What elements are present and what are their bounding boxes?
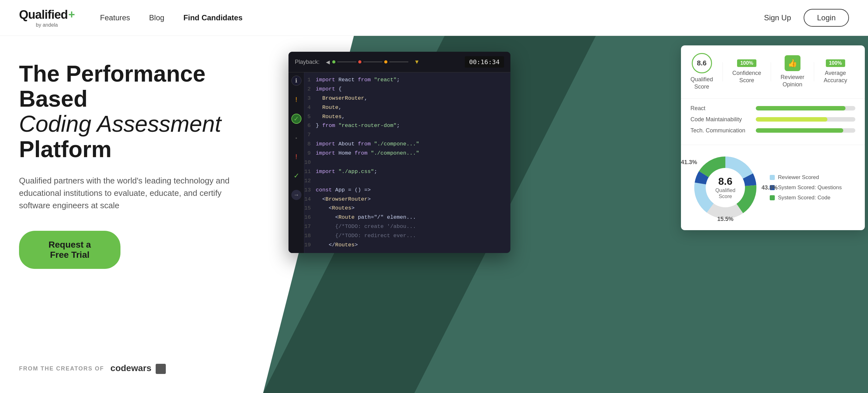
arrow-icon[interactable]: →: [291, 190, 302, 200]
signup-link[interactable]: Sign Up: [764, 13, 791, 22]
code-line: 7: [304, 131, 510, 140]
code-line: 9import Home from "./componen...": [304, 149, 510, 158]
legend: Reviewer Scored System Scored: Questions…: [770, 174, 842, 201]
codewars-text: codewars: [110, 363, 151, 373]
logo-text: Qualified+: [19, 8, 75, 22]
skill-bars: React Code Maintainability Tech. Communi…: [681, 99, 865, 145]
nav-features[interactable]: Features: [100, 13, 130, 22]
navbar: Qualified+ by andela Features Blog Find …: [0, 0, 868, 36]
donut-pct-right: 43.3%: [762, 184, 778, 191]
qualified-score-label: QualifiedScore: [690, 76, 713, 91]
logo-byline: by andela: [19, 22, 75, 28]
cta-button[interactable]: Request a Free Trial: [19, 231, 121, 269]
check-icon: ✓: [291, 114, 302, 124]
pb-line2: [363, 62, 382, 62]
code-line: 4 Route,: [304, 103, 510, 112]
code-line: 13const App = () =>: [304, 186, 510, 195]
creators-row: FROM THE CREATORS OF codewars: [19, 363, 244, 374]
pb-track: [332, 60, 408, 63]
pb-dot-yellow: [384, 60, 388, 63]
check2-icon: ✓: [291, 171, 302, 181]
code-line: 15 <Routes>: [304, 204, 510, 213]
hero-title-line2: Coding Assessment: [19, 111, 221, 137]
skill-bar-fill-communication: [756, 128, 843, 133]
hero-subtitle: Qualified partners with the world's lead…: [19, 175, 241, 212]
legend-reviewer: Reviewer Scored: [770, 174, 842, 180]
pb-arrow-left[interactable]: ◀: [326, 59, 330, 65]
skill-row-communication: Tech. Communication: [690, 127, 855, 134]
skill-name-maintainability: Code Maintainability: [690, 116, 751, 123]
info-icon[interactable]: ℹ: [291, 76, 302, 86]
code-panel-header: Playback: ◀ ▼ 00:16:34: [288, 52, 510, 73]
accuracy-badge: 100%: [826, 59, 845, 67]
code-line: 3 BrowserRouter,: [304, 94, 510, 103]
code-line: 2import {: [304, 85, 510, 94]
nav-find-candidates[interactable]: Find Candidates: [183, 13, 243, 22]
reviewer-opinion-item: 👍 ReviewerOpinion: [780, 55, 804, 89]
pb-line1: [337, 62, 356, 62]
donut-center: 8.6 QualifiedScore: [715, 175, 735, 199]
reviewer-icon: 👍: [785, 55, 801, 71]
codewars-logo: codewars: [110, 363, 166, 374]
code-line: 19 </Routes>: [304, 241, 510, 250]
playback-controls[interactable]: ◀ ▼: [326, 59, 420, 65]
hero-left: The Performance Based Coding Assessment …: [0, 36, 263, 393]
reviewer-label: ReviewerOpinion: [780, 74, 804, 89]
hero-title-line3: Platform: [19, 137, 112, 162]
qualified-score-value: 8.6: [697, 59, 707, 67]
pb-dot-green: [332, 60, 335, 63]
accuracy-item: 100% AverageAccuracy: [824, 59, 847, 84]
warn-icon: !: [291, 94, 302, 105]
qualified-score-circle: 8.6: [692, 53, 712, 73]
skill-name-react: React: [690, 105, 751, 112]
confidence-badge: 100%: [737, 59, 756, 67]
legend-label-questions: System Scored: Questions: [778, 185, 842, 191]
login-button[interactable]: Login: [804, 9, 849, 27]
legend-dot-reviewer: [770, 175, 775, 180]
donut-score-value: 8.6: [715, 175, 735, 187]
code-line: 1import React from "react";: [304, 76, 510, 85]
legend-label-reviewer: Reviewer Scored: [778, 174, 819, 180]
codewars-icon: [156, 364, 166, 374]
legend-label-code: System Scored: Code: [778, 195, 830, 201]
confidence-score-item: 100% ConfidenceScore: [732, 59, 761, 84]
skill-bar-bg-react: [756, 106, 855, 110]
skill-row-react: React: [690, 105, 855, 112]
legend-system-questions: System Scored: Questions: [770, 185, 842, 191]
skill-name-communication: Tech. Communication: [690, 127, 751, 134]
skill-row-maintainability: Code Maintainability: [690, 116, 855, 123]
code-line: 16 <Route path="/" elemen...: [304, 213, 510, 222]
code-line: 12: [304, 176, 510, 186]
playback-label: Playback:: [295, 59, 319, 65]
donut-score-label: QualifiedScore: [715, 187, 735, 199]
skill-bar-fill-maintainability: [756, 117, 828, 121]
logo[interactable]: Qualified+ by andela: [19, 8, 75, 28]
skill-bar-bg-maintainability: [756, 117, 855, 121]
code-line: 5 Routes,: [304, 112, 510, 121]
donut-container: 8.6 QualifiedScore 41.3% 43.3% 15.5%: [690, 153, 760, 223]
logo-plus: +: [68, 8, 75, 21]
score-divider3: [814, 62, 814, 81]
qualified-score-item: 8.6 QualifiedScore: [690, 53, 713, 91]
code-line: 17 {/*TODO: create '/abou...: [304, 222, 510, 231]
code-editor-panel: Playback: ◀ ▼ 00:16:34: [288, 52, 510, 253]
code-line: 8import About from "./compone...": [304, 140, 510, 149]
score-divider2: [771, 62, 771, 81]
nav-blog[interactable]: Blog: [149, 13, 164, 22]
code-line: 18 {/*TODO: redirect ever...: [304, 231, 510, 241]
reviewer-icon-emoji: 👍: [788, 59, 797, 67]
score-header: 8.6 QualifiedScore 100% ConfidenceScore …: [681, 46, 865, 99]
accuracy-label: AverageAccuracy: [824, 69, 847, 84]
donut-area: 8.6 QualifiedScore 41.3% 43.3% 15.5% Rev…: [681, 145, 865, 230]
hero-right: Playback: ◀ ▼ 00:16:34: [263, 36, 868, 393]
code-body: ℹ ! ✓ ● ! ✓ → 1import React from "react"…: [288, 73, 510, 253]
logo-name: Qualified: [19, 8, 68, 22]
code-content: 1import React from "react"; 2import { 3 …: [304, 73, 510, 253]
dot-icon: ●: [291, 133, 302, 143]
legend-dot-code: [770, 195, 775, 200]
playback-time: 00:16:34: [465, 56, 504, 67]
hero: The Performance Based Coding Assessment …: [0, 36, 868, 393]
confidence-label: ConfidenceScore: [732, 69, 761, 84]
filter-icon[interactable]: ▼: [414, 59, 420, 65]
error-icon: !: [291, 152, 302, 162]
